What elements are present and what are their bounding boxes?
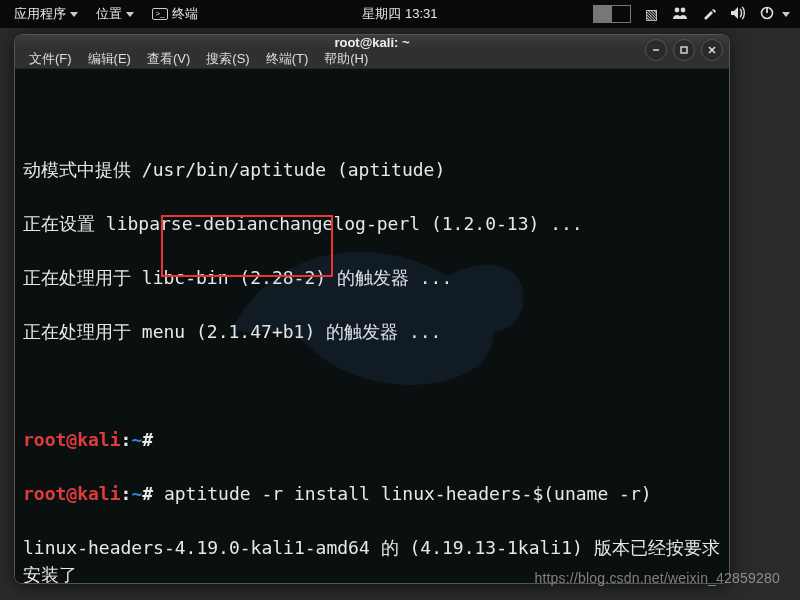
svg-point-1 xyxy=(681,7,686,12)
window-title: root@kali: ~ xyxy=(334,35,409,50)
close-icon xyxy=(707,45,717,55)
minimize-icon xyxy=(651,45,661,55)
watermark-text: https://blog.csdn.net/weixin_42859280 xyxy=(534,570,780,586)
terminal-window: root@kali: ~ 文件(F) 编辑(E) 查看(V) 搜索(S) 终端(… xyxy=(14,34,730,584)
terminal-launcher[interactable]: >_ 终端 xyxy=(144,0,206,28)
menu-edit[interactable]: 编辑(E) xyxy=(80,50,139,68)
prompt-line-empty: root@kali:~# xyxy=(23,426,723,453)
menu-search[interactable]: 搜索(S) xyxy=(198,50,257,68)
svg-point-0 xyxy=(675,7,680,12)
menu-view[interactable]: 查看(V) xyxy=(139,50,198,68)
minimize-button[interactable] xyxy=(645,39,667,61)
clock-text: 星期四 13:31 xyxy=(362,5,437,23)
prompt-path: ~ xyxy=(131,429,142,450)
prompt-user: root@kali xyxy=(23,429,121,450)
places-menu[interactable]: 位置 xyxy=(88,0,142,28)
clock[interactable]: 星期四 13:31 xyxy=(362,0,437,28)
command-text: aptitude -r install linux-headers-$(unam… xyxy=(164,483,652,504)
applications-label: 应用程序 xyxy=(14,5,66,23)
terminal-icon: >_ xyxy=(152,8,168,20)
workspace-2 xyxy=(612,6,630,22)
prompt-sep: : xyxy=(121,429,132,450)
terminal-body[interactable]: 动模式中提供 /usr/bin/aptitude (aptitude) 正在设置… xyxy=(15,69,729,584)
term-line: 正在设置 libparse-debianchangelog-perl (1.2.… xyxy=(23,210,723,237)
maximize-button[interactable] xyxy=(673,39,695,61)
prompt-path: ~ xyxy=(131,483,142,504)
prompt-line-cmd: root@kali:~# aptitude -r install linux-h… xyxy=(23,480,723,507)
workspace-switcher[interactable] xyxy=(587,0,637,28)
prompt-user: root@kali xyxy=(23,483,121,504)
close-button[interactable] xyxy=(701,39,723,61)
prompt-hash: # xyxy=(142,483,164,504)
workspace-1 xyxy=(594,6,612,22)
maximize-icon xyxy=(679,45,689,55)
menubar: 文件(F) 编辑(E) 查看(V) 搜索(S) 终端(T) 帮助(H) xyxy=(15,50,729,69)
menu-help[interactable]: 帮助(H) xyxy=(316,50,376,68)
term-line: 动模式中提供 /usr/bin/aptitude (aptitude) xyxy=(23,156,723,183)
power-icon[interactable] xyxy=(754,6,780,23)
terminal-launcher-label: 终端 xyxy=(172,5,198,23)
window-controls xyxy=(645,39,723,61)
term-blank-line xyxy=(23,372,723,399)
svg-rect-5 xyxy=(681,47,687,53)
chevron-down-icon xyxy=(782,12,790,17)
chevron-down-icon xyxy=(70,12,78,17)
titlebar[interactable]: root@kali: ~ xyxy=(15,35,729,50)
places-label: 位置 xyxy=(96,5,122,23)
workspace-indicator xyxy=(593,5,631,23)
volume-icon[interactable] xyxy=(724,6,752,23)
term-line: 正在处理用于 libc-bin (2.28-2) 的触发器 ... xyxy=(23,264,723,291)
users-icon[interactable] xyxy=(666,6,694,23)
tool-icon[interactable] xyxy=(696,6,722,23)
term-line: 正在处理用于 menu (2.1.47+b1) 的触发器 ... xyxy=(23,318,723,345)
scrollbar-track[interactable] xyxy=(717,129,727,584)
menu-file[interactable]: 文件(F) xyxy=(21,50,80,68)
prompt-sep: : xyxy=(121,483,132,504)
prompt-hash: # xyxy=(142,429,164,450)
recording-icon[interactable]: ▧ xyxy=(639,6,664,22)
top-panel: 应用程序 位置 >_ 终端 星期四 13:31 ▧ xyxy=(0,0,800,28)
chevron-down-icon xyxy=(126,12,134,17)
menu-terminal[interactable]: 终端(T) xyxy=(258,50,317,68)
applications-menu[interactable]: 应用程序 xyxy=(6,0,86,28)
